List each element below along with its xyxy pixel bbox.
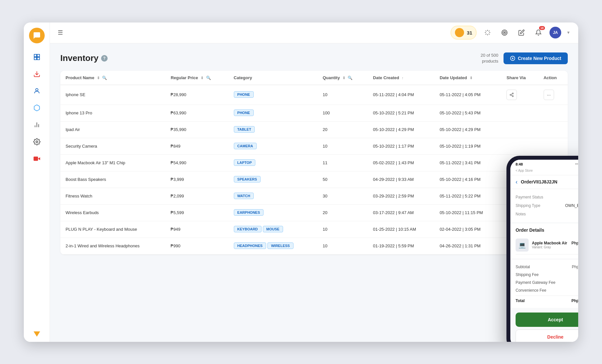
page-title: Inventory ? xyxy=(60,53,108,63)
cell-date-updated: 05-10-2022 | 11:15 PM xyxy=(434,204,501,221)
more-actions-button[interactable]: ··· xyxy=(544,90,554,100)
cell-date-updated: 05-10-2022 | 4:29 PM xyxy=(434,121,501,138)
sort-qty-icon[interactable]: ⇕ xyxy=(342,76,345,80)
cell-action xyxy=(538,105,568,121)
sort-price-icon[interactable]: ⇕ xyxy=(201,76,203,80)
total-value: Php 1,001.00 xyxy=(571,298,578,303)
phone-order-id: OrderVII1J8J2JN xyxy=(521,179,557,184)
app-logo[interactable] xyxy=(29,28,45,43)
phone-app-store-bar[interactable]: < App Store xyxy=(510,167,578,175)
sidebar-bottom xyxy=(34,331,40,337)
accept-button[interactable]: Accept xyxy=(516,313,578,327)
cell-price: ₱849 xyxy=(165,138,228,154)
main-content: ☰ 31 xyxy=(50,22,578,342)
convenience-row: Convenience Fee Php 0.00 xyxy=(516,286,578,294)
category-badge: MOUSE xyxy=(263,226,283,232)
table-row: Boost Bass Speakers₱3,999SPEAKERS5004-29… xyxy=(60,171,568,188)
col-action: Action xyxy=(538,71,568,85)
sort-name-icon[interactable]: ⇕ xyxy=(97,76,100,80)
category-badge: PHONE xyxy=(234,109,254,116)
avatar-dropdown-arrow[interactable]: ▼ xyxy=(566,30,570,35)
cell-product-name: Ipad Air xyxy=(60,121,165,138)
cell-date-updated: 02-04-2022 | 3:05 PM xyxy=(434,221,501,238)
cell-price: ₱63,990 xyxy=(165,105,228,121)
cell-price: ₱3,999 xyxy=(165,171,228,188)
category-badge: LAPTOP xyxy=(234,159,255,166)
top-header: ☰ 31 xyxy=(50,22,578,43)
col-quantity: Quantity ⇕ 🔍 xyxy=(317,71,368,85)
svg-rect-10 xyxy=(33,156,38,161)
cell-date-updated: 05-10-2022 | 4:16 PM xyxy=(434,171,501,188)
category-badge: WIRELESS xyxy=(267,242,293,249)
cell-product-name: Iphone 13 Pro xyxy=(60,105,165,121)
phone-back-button[interactable]: ‹ xyxy=(516,179,518,185)
col-product-name: Product Name ⇕ 🔍 xyxy=(60,71,165,85)
sidebar-item-package[interactable] xyxy=(30,101,44,115)
svg-point-13 xyxy=(504,32,505,33)
payment-status-label: Payment Status xyxy=(516,195,543,199)
create-product-button[interactable]: Create New Product xyxy=(504,52,568,64)
search-qty-icon[interactable]: 🔍 xyxy=(348,76,353,80)
edit-icon-btn[interactable] xyxy=(516,27,527,38)
share-button[interactable] xyxy=(506,90,517,100)
cell-date-created: 05-10-2022 | 5:21 PM xyxy=(368,105,434,121)
search-name-icon[interactable]: 🔍 xyxy=(102,76,107,80)
coin-balance[interactable]: 31 xyxy=(451,26,476,39)
phone-order-info: Payment Status N/A Shipping Type OWN_BOO… xyxy=(510,189,578,222)
cell-product-name: Iphone SE xyxy=(60,85,165,105)
sort-created-icon[interactable]: ↑ xyxy=(402,76,404,80)
sidebar-item-chart[interactable] xyxy=(30,118,44,132)
notification-icon-btn[interactable]: 18 xyxy=(533,27,544,38)
decline-button[interactable]: Decline xyxy=(516,329,578,342)
cell-category: CAMERA xyxy=(229,138,318,154)
cell-quantity: 10 xyxy=(317,221,368,238)
hamburger-menu[interactable]: ☰ xyxy=(58,29,63,36)
phone-order-details: Order Details 💻 Apple Macbook Air Varian… xyxy=(510,224,578,258)
shipping-type-row: Shipping Type OWN_BOOKING xyxy=(516,201,578,210)
phone-time: 8:48 xyxy=(516,162,523,166)
notes-row: Notes xyxy=(516,210,578,218)
sidebar-bottom-arrow[interactable] xyxy=(34,331,40,337)
payment-status-row: Payment Status N/A xyxy=(516,193,578,201)
cell-category: TABLET xyxy=(229,121,318,138)
search-price-icon[interactable]: 🔍 xyxy=(206,76,211,80)
coin-value: 31 xyxy=(467,30,472,36)
cell-category: LAPTOP xyxy=(229,154,318,171)
product-price-area: Php 1,001.00 x1 xyxy=(571,241,578,249)
help-icon[interactable]: ? xyxy=(101,55,108,62)
phone-screen: 8:48 ···· WiFi ▌▌▌ < App Store ‹ OrderVI… xyxy=(510,160,578,342)
sidebar-item-download[interactable] xyxy=(30,67,44,81)
cell-date-created: 04-29-2022 | 9:33 AM xyxy=(368,171,434,188)
sidebar-item-media[interactable] xyxy=(30,152,44,166)
col-category: Category xyxy=(229,71,318,85)
phone-status-icons: ···· WiFi ▌▌▌ xyxy=(575,162,578,166)
cell-category: PHONE xyxy=(229,105,318,121)
sidebar-item-users[interactable] xyxy=(30,84,44,98)
user-avatar[interactable]: JA xyxy=(549,27,561,38)
cell-share-via xyxy=(501,138,538,154)
table-row: Apple Macbook Air 13" M1 Chip₱54,990LAPT… xyxy=(60,154,568,171)
sidebar-item-settings[interactable] xyxy=(30,135,44,149)
category-badge: WATCH xyxy=(234,193,254,199)
coin-icon xyxy=(455,28,464,37)
cell-date-updated: 04-26-2022 | 1:31 PM xyxy=(434,238,501,254)
total-row: Total Php 1,001.00 xyxy=(516,296,578,305)
inventory-table-container: Product Name ⇕ 🔍 Regular Price ⇕ 🔍 Categ… xyxy=(60,71,568,255)
cell-date-updated: 05-11-2022 | 5:22 PM xyxy=(434,188,501,204)
cell-category: KEYBOARDMOUSE xyxy=(229,221,318,238)
subtotal-label: Subtotal xyxy=(516,265,530,269)
cell-share-via xyxy=(501,121,538,138)
table-row: Ipad Air₱35,990TABLET2005-10-2022 | 4:29… xyxy=(60,121,568,138)
cell-date-created: 05-10-2022 | 1:17 PM xyxy=(368,138,434,154)
target-icon-btn[interactable] xyxy=(499,27,510,38)
cell-date-updated: 05-11-2022 | 4:05 PM xyxy=(434,85,501,105)
product-qty: x1 xyxy=(571,245,578,249)
sort-updated-icon[interactable]: ⇕ xyxy=(470,76,473,80)
sidebar-item-grid[interactable] xyxy=(30,50,44,64)
col-share-via: Share Via xyxy=(501,71,538,85)
col-date-updated: Date Updated ⇕ xyxy=(434,71,501,85)
cell-category: PHONE xyxy=(229,85,318,105)
spinner-icon-btn[interactable] xyxy=(482,27,493,38)
shipping-row: Shipping Fee Php 0.00 xyxy=(516,271,578,279)
svg-rect-3 xyxy=(37,57,39,59)
